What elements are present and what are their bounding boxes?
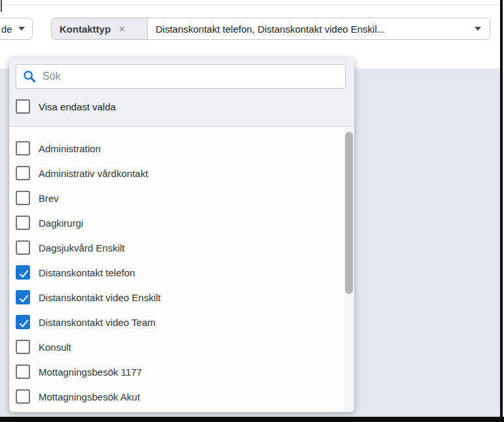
option-label: Mottagningsbesök Akut [39, 391, 140, 402]
text-cursor-mark [1, 0, 2, 12]
show-only-selected-checkbox[interactable] [16, 99, 30, 114]
screen: de Kontakttyp ✕ Distanskontakt telefon, … [0, 0, 504, 422]
option-checkbox[interactable] [16, 216, 30, 230]
show-only-selected-row[interactable]: Visa endast valda [16, 97, 116, 116]
chevron-down-icon [18, 27, 25, 31]
top-divider [0, 5, 504, 5]
option-checkbox[interactable] [16, 240, 30, 255]
option-row[interactable]: Distanskontakt video Team [10, 310, 344, 334]
option-label: Distanskontakt telefon [39, 267, 135, 278]
option-row[interactable]: Brev [10, 186, 344, 210]
show-only-selected-label: Visa endast valda [39, 101, 116, 112]
option-row[interactable]: Distanskontakt telefon [10, 260, 344, 285]
option-label: Konsult [39, 342, 71, 353]
option-checkbox[interactable] [16, 389, 30, 404]
chevron-down-icon [475, 27, 481, 31]
option-label: Distanskontakt video Enskilt [39, 292, 161, 303]
adjacent-filter-pill[interactable]: de [0, 18, 33, 40]
scrollbar-track[interactable] [344, 127, 354, 412]
option-row[interactable]: Dagkirurgi [10, 210, 344, 235]
filter-name: Kontakttyp [59, 24, 110, 35]
search-box [16, 64, 346, 89]
option-list: Administration Administrativ vårdkontakt… [10, 127, 344, 412]
option-row[interactable]: Dagsjukvård Enskilt [10, 235, 344, 260]
option-label: Administrativ vårdkontakt [39, 168, 148, 179]
filter-value-section[interactable]: Distanskontakt telefon, Distanskontakt v… [148, 18, 490, 39]
option-checkbox[interactable] [16, 166, 30, 180]
option-checkbox[interactable] [16, 365, 30, 379]
option-row[interactable]: Konsult [10, 334, 344, 359]
option-row[interactable]: Mottagningsbesök Akut [10, 384, 344, 409]
option-checkbox[interactable] [16, 191, 30, 205]
option-label: Dagkirurgi [39, 218, 83, 229]
option-row[interactable]: Administrativ vårdkontakt [10, 161, 344, 186]
option-row[interactable]: Distanskontakt video Enskilt [10, 285, 344, 310]
option-checkbox[interactable] [16, 265, 30, 280]
option-checkbox[interactable] [16, 290, 30, 304]
option-label: Dagsjukvård Enskilt [39, 242, 125, 253]
window-right-edge [500, 0, 503, 422]
option-checkbox[interactable] [16, 340, 30, 354]
adjacent-filter-pill-label: de [1, 24, 12, 35]
option-label: Distanskontakt video Team [39, 317, 156, 328]
option-row[interactable]: Administration [10, 136, 344, 161]
kontakttyp-filter-chip[interactable]: Kontakttyp ✕ Distanskontakt telefon, Dis… [51, 18, 490, 40]
scrollbar-thumb[interactable] [345, 132, 353, 294]
option-label: Mottagningsbesök 1177 [39, 366, 142, 378]
kontakttyp-dropdown-panel: Visa endast valda Administration Adminis… [9, 57, 354, 412]
option-checkbox[interactable] [16, 141, 30, 155]
option-label: Brev [39, 193, 59, 204]
search-input[interactable] [16, 64, 346, 89]
option-row[interactable]: Mottagningsbesök 1177 [10, 359, 344, 384]
dropdown-header: Visa endast valda [10, 58, 354, 127]
option-checkbox[interactable] [16, 315, 30, 329]
window-bottom-edge [0, 417, 504, 422]
filter-value: Distanskontakt telefon, Distanskontakt v… [156, 24, 475, 35]
remove-filter-icon[interactable]: ✕ [117, 24, 127, 35]
filter-chip-label-section: Kontakttyp ✕ [52, 18, 148, 39]
option-label: Administration [39, 143, 101, 154]
